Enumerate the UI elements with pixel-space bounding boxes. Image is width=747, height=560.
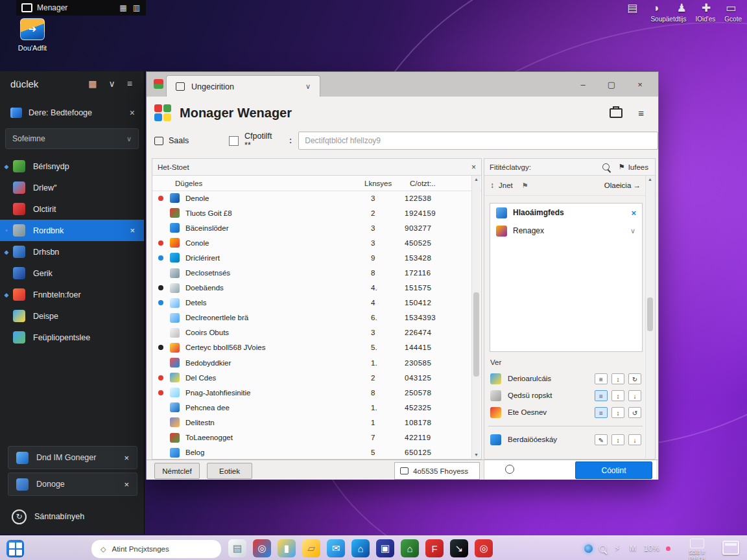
- scroll-down-icon[interactable]: ▼: [472, 452, 480, 457]
- table-row[interactable]: Declosetnsés8172116: [152, 265, 473, 280]
- statue-icon[interactable]: ♟: [674, 1, 689, 16]
- menu-icon[interactable]: ≡: [638, 108, 644, 119]
- view-option-button[interactable]: ≡: [595, 390, 608, 401]
- view-option-button[interactable]: ↺: [628, 407, 641, 418]
- sidebar-pinned-item-1[interactable]: Dnd IM Goneger ×: [8, 446, 137, 469]
- restore-button[interactable]: ▢: [597, 80, 626, 89]
- sidebar-item[interactable]: Olctirit: [0, 198, 144, 220]
- table-row[interactable]: Certeyc bboll568 JVoies5.144415: [152, 340, 473, 355]
- battery-icon[interactable]: ⚡: [613, 544, 622, 553]
- version-row[interactable]: Derioarulcáis≡↕↻: [484, 370, 645, 387]
- home-icon[interactable]: ⌂: [351, 539, 370, 557]
- close-icon[interactable]: ×: [130, 108, 135, 118]
- store-icon[interactable]: ▤: [228, 539, 246, 557]
- printer-icon[interactable]: [610, 108, 622, 118]
- table-row[interactable]: Delitestn1108178: [152, 415, 473, 430]
- start-button[interactable]: [6, 540, 24, 557]
- view-option-button[interactable]: ✎: [595, 434, 608, 445]
- collapse-icon[interactable]: ∨: [109, 78, 115, 89]
- details-button[interactable]: Némtclef: [154, 463, 200, 479]
- table-row[interactable]: Denole3122538: [152, 191, 473, 205]
- column-name[interactable]: Dügeles: [175, 180, 364, 187]
- close-icon[interactable]: ×: [124, 453, 129, 463]
- background-window-titlebar[interactable]: Menager ▦ ▥: [16, 0, 146, 16]
- view-option-button[interactable]: ≡: [595, 373, 608, 384]
- paint-icon[interactable]: ↘: [450, 539, 468, 557]
- notification-badge[interactable]: [666, 546, 670, 551]
- browser-icon[interactable]: ◎: [253, 539, 271, 557]
- table-row[interactable]: Tluots Goit £821924159: [152, 205, 473, 220]
- table-row[interactable]: Bäceinslöder3903277: [152, 220, 473, 235]
- chevron-down-icon[interactable]: ∨: [630, 227, 635, 235]
- sidebar-item[interactable]: ◆Drhsbn: [0, 241, 144, 262]
- sidebar-sync-item[interactable]: ↻ Sántnabínyeh: [8, 507, 137, 526]
- scroll-thumb[interactable]: [473, 292, 479, 377]
- search-icon[interactable]: [602, 163, 610, 170]
- table-row[interactable]: Declreonertlele brä6.1534393: [152, 310, 473, 325]
- close-icon[interactable]: ×: [130, 226, 135, 235]
- onenote-icon[interactable]: M: [628, 544, 637, 553]
- list-scrollbar[interactable]: ▲ ▼: [471, 176, 480, 458]
- sidebar-item[interactable]: Gerik: [0, 262, 144, 284]
- table-row[interactable]: Doebäends4.151575: [152, 281, 473, 296]
- table-row[interactable]: Pehcnea dee1.452325: [152, 400, 473, 415]
- version-row[interactable]: Qedsü ropskt≡↕↓: [484, 387, 645, 404]
- table-row[interactable]: Del Cdes2043125: [152, 370, 473, 385]
- document-icon[interactable]: ▤: [625, 1, 639, 16]
- mail-icon[interactable]: ✉: [327, 539, 345, 557]
- close-button[interactable]: ×: [626, 80, 654, 89]
- grid-icon[interactable]: ▥: [133, 3, 140, 12]
- view-option-button[interactable]: ≡: [595, 407, 608, 418]
- scroll-thumb[interactable]: [647, 298, 653, 331]
- close-icon[interactable]: ×: [124, 480, 129, 489]
- app-blue-icon[interactable]: ▣: [376, 539, 394, 557]
- pin-icon[interactable]: ▦: [88, 78, 97, 89]
- version-row[interactable]: Ete Oesnev≡↕↺: [484, 404, 645, 421]
- view-option-button[interactable]: ↕: [611, 407, 624, 418]
- column-count[interactable]: Lknsyes: [364, 180, 410, 187]
- menu-icon[interactable]: ≡: [127, 78, 132, 89]
- cancel-button[interactable]: Eotiek: [207, 463, 252, 479]
- window-icon[interactable]: ▭: [724, 1, 738, 16]
- action-center-icon[interactable]: [722, 541, 739, 555]
- remove-icon[interactable]: ×: [631, 208, 636, 218]
- sidebar-item[interactable]: Feüpliopentslee: [0, 327, 144, 348]
- app-red-icon[interactable]: F: [425, 539, 444, 557]
- radio-button[interactable]: [505, 465, 514, 474]
- confirm-button[interactable]: Cóotint: [575, 461, 652, 479]
- sidebar-item[interactable]: Drlew″: [0, 177, 144, 198]
- taskbar-clock[interactable]: 5Bl8 Ir P1908: [676, 538, 718, 560]
- table-row[interactable]: Cooirs Obuts3226474: [152, 325, 473, 340]
- table-row[interactable]: Belog5650125: [152, 445, 473, 460]
- table-row[interactable]: Detels4150412: [152, 296, 473, 310]
- checkbox[interactable]: [229, 136, 239, 146]
- group-item[interactable]: Renagex ∨: [490, 222, 642, 240]
- view-option-button[interactable]: ↓: [628, 390, 641, 401]
- panel-scrollbar[interactable]: ▲: [645, 176, 654, 458]
- search-icon[interactable]: [599, 545, 606, 552]
- table-row[interactable]: ToLaeenogget7422119: [152, 430, 473, 445]
- table-row[interactable]: Conole3450525: [152, 235, 473, 250]
- scroll-up-icon[interactable]: ▲: [646, 177, 654, 181]
- filters-label[interactable]: Iufees: [628, 163, 648, 171]
- pinwheel-icon[interactable]: ✚: [699, 1, 713, 16]
- search-input[interactable]: [298, 132, 658, 150]
- sort-icon[interactable]: ↕: [490, 181, 494, 190]
- notes-icon[interactable]: ▱: [302, 539, 320, 557]
- keyboard-icon[interactable]: ▦: [119, 3, 126, 12]
- taskbar-search[interactable]: ◇ Atint Pncjxtsnges: [91, 539, 222, 559]
- view-option-button[interactable]: ↕: [611, 373, 624, 384]
- table-row[interactable]: Driclérirert9153428: [152, 250, 473, 265]
- view-option-button[interactable]: ↓: [628, 434, 641, 445]
- media-icon[interactable]: ◎: [475, 539, 493, 557]
- sidebar-item[interactable]: ◆Bérlsnydp: [0, 156, 144, 177]
- scroll-up-icon[interactable]: ▲: [472, 177, 480, 181]
- view-option-button[interactable]: ↕: [611, 434, 624, 445]
- table-row[interactable]: Bedobyddkier1.230585: [152, 355, 473, 370]
- files-icon[interactable]: ▮: [278, 539, 296, 557]
- selection-action[interactable]: Olaeicia →: [528, 181, 641, 189]
- seals-label[interactable]: Saals: [169, 136, 189, 145]
- view-option-button[interactable]: ↕: [611, 390, 624, 401]
- view-option-button[interactable]: ↻: [628, 373, 641, 384]
- xbox-icon[interactable]: ⌂: [401, 539, 419, 557]
